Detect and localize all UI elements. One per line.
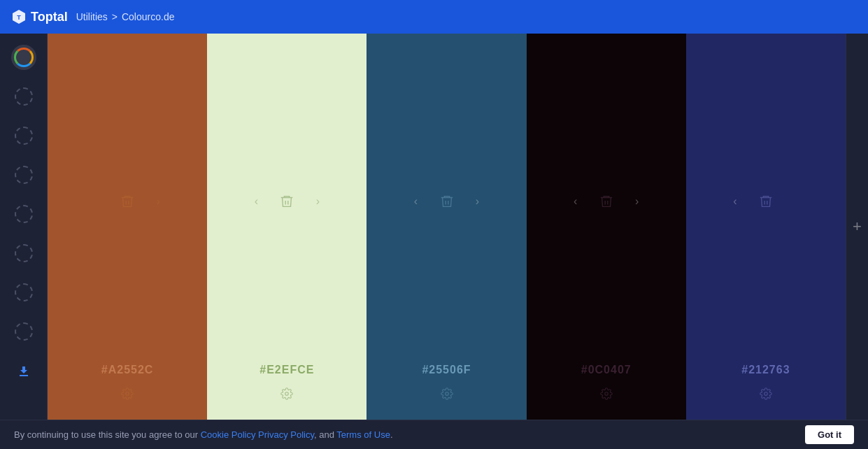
swatch-4-right-arrow[interactable]: › [629,193,646,210]
swatch-5-controls: ‹ › [727,45,805,358]
got-it-button[interactable]: Got it [805,425,854,444]
swatch-4-controls: ‹ › [567,45,646,358]
trash-icon [120,194,135,209]
sidebar-item-2[interactable] [11,123,36,148]
privacy-policy-link[interactable]: Privacy Policy [258,429,314,440]
terms-link[interactable]: Terms of Use [336,429,390,440]
palette-icon-3 [15,166,33,184]
swatch-3-left-arrow[interactable]: ‹ [408,193,425,210]
swatch-2-right-arrow[interactable]: › [309,193,326,210]
svg-text:T: T [17,14,21,21]
swatch-2-controls: ‹ › [248,45,326,358]
breadcrumb-current: Colourco.de [122,11,175,22]
toptal-logo[interactable]: T Toptal [11,9,68,24]
swatch-3-delete-button[interactable] [436,189,458,214]
gear-icon-4 [600,387,613,400]
sidebar-item-5[interactable] [11,241,36,266]
swatch-1-delete-button[interactable] [116,189,138,214]
swatch-2-settings-button[interactable] [280,382,293,408]
gear-icon-1 [121,387,134,400]
breadcrumb: Utilities > Colourco.de [76,11,175,22]
gear-icon-2 [280,387,293,400]
swatch-1-hex: #A2552C [101,358,154,382]
cookie-text-suffix: . [390,429,393,440]
palette-icon-7 [15,322,33,341]
cookie-text-prefix: By continuing to use this site you agree… [14,429,201,440]
sidebar [0,34,48,420]
toptal-logo-icon: T [11,9,27,24]
swatch-4-settings-button[interactable] [600,382,613,408]
sidebar-item-3[interactable] [11,162,36,187]
color-wheel-icon [14,48,34,67]
palette-area: ‹ › #A2552C ‹ [48,34,868,420]
trash-icon-2 [279,194,294,209]
cookie-consent-bar: By continuing to use this site you agree… [0,420,868,449]
svg-point-6 [764,392,768,396]
swatch-5-left-arrow[interactable]: ‹ [727,193,744,210]
toptal-logo-text: Toptal [31,10,68,24]
swatch-2-left-arrow[interactable]: ‹ [248,193,264,210]
sidebar-item-color-wheel[interactable] [11,45,36,70]
trash-icon-5 [758,194,774,209]
sidebar-item-4[interactable] [11,201,36,227]
gear-icon-3 [441,387,453,400]
cookie-policy-link[interactable]: Cookie Policy [201,429,256,440]
swatch-5-hex: #212763 [741,358,790,382]
swatch-3-controls: ‹ › [408,45,486,358]
svg-point-3 [285,392,289,396]
color-swatch-2[interactable]: ‹ › #E2EFCE [207,34,367,420]
svg-point-5 [604,392,608,396]
color-swatch-3[interactable]: ‹ › #25506F [367,34,526,420]
swatch-4-delete-button[interactable] [595,189,618,214]
swatch-5-delete-button[interactable] [755,189,777,214]
palette-icon-4 [15,205,33,223]
sidebar-item-7[interactable] [11,319,36,344]
swatch-2-hex: #E2EFCE [259,358,314,382]
sidebar-item-1[interactable] [11,84,36,109]
palette-icon-5 [15,244,33,262]
download-icon [14,361,34,380]
swatch-4-left-arrow[interactable]: ‹ [567,193,584,210]
color-swatch-4[interactable]: ‹ › #0C0407 [527,34,686,420]
breadcrumb-home[interactable]: Utilities [76,11,108,22]
color-swatch-1[interactable]: ‹ › #A2552C [48,34,207,420]
swatch-1-controls: ‹ › [88,45,166,358]
color-swatch-5[interactable]: ‹ › #212763 [686,34,846,420]
swatch-4-hex: #0C0407 [581,358,632,382]
swatch-3-right-arrow[interactable]: › [469,193,486,210]
app-header: T Toptal Utilities > Colourco.de [0,0,868,34]
swatch-5-settings-button[interactable] [760,382,772,408]
swatch-3-settings-button[interactable] [441,382,453,408]
svg-point-2 [126,392,129,396]
trash-icon-3 [439,194,455,209]
swatch-1-settings-button[interactable] [121,382,134,408]
main-content: ‹ › #A2552C ‹ [0,34,868,420]
sidebar-item-download[interactable] [11,358,36,383]
palette-icon-6 [15,283,33,301]
cookie-text-mid: , and [314,429,336,440]
svg-point-4 [445,392,448,396]
swatch-1-right-arrow[interactable]: › [150,193,166,210]
cookie-text: By continuing to use this site you agree… [14,429,393,440]
swatch-3-hex: #25506F [422,358,471,382]
palette-icon-2 [15,127,33,145]
gear-icon-5 [760,387,772,400]
palette-icon-1 [15,87,33,106]
add-color-button[interactable]: + [846,34,868,420]
breadcrumb-separator: > [112,11,118,22]
sidebar-item-6[interactable] [11,280,36,305]
swatch-2-delete-button[interactable] [276,189,298,214]
trash-icon-4 [599,194,614,209]
